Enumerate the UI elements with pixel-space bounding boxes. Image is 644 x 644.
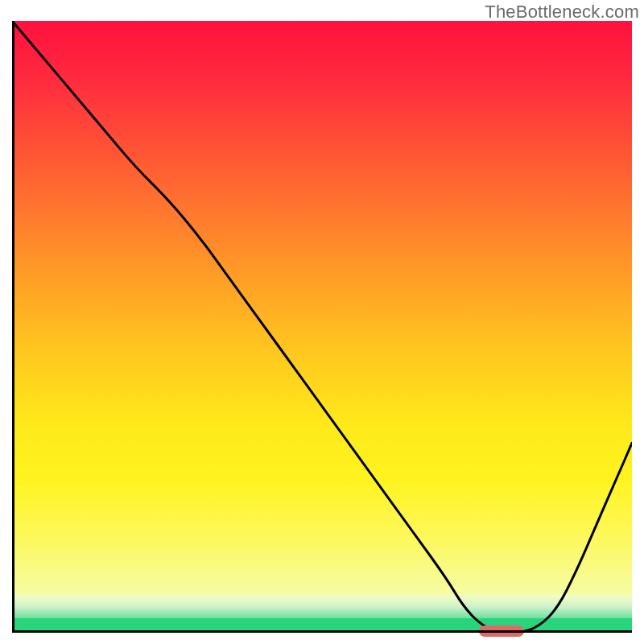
plot-area bbox=[12, 21, 632, 633]
watermark-text: TheBottleneck.com bbox=[485, 2, 639, 23]
axes bbox=[12, 21, 632, 633]
chart-container: TheBottleneck.com bbox=[0, 0, 644, 644]
